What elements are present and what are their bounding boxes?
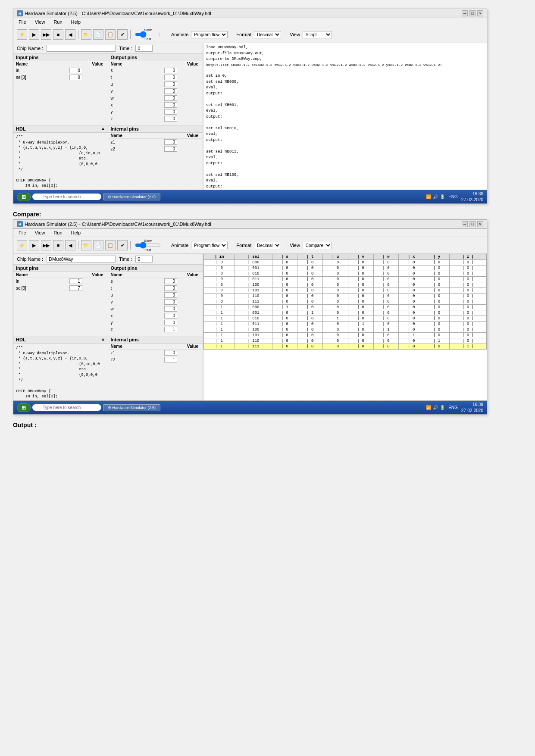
btn-compare-1[interactable]: 📋 — [105, 29, 116, 40]
menu-file-2[interactable]: File — [17, 230, 28, 236]
out-pin-value-w-1[interactable] — [164, 95, 177, 101]
out-pin-value-w-2[interactable] — [164, 306, 177, 312]
out-pin-value-y-2[interactable] — [164, 320, 177, 325]
btn-run-2[interactable]: ▶▶ — [41, 240, 51, 250]
out-pin-value-z-1[interactable] — [164, 116, 177, 122]
taskbar-app-icon-1: ⚙ — [108, 195, 111, 199]
animate-select-1[interactable]: Program flow — [191, 31, 228, 38]
close-btn-2[interactable]: × — [477, 221, 483, 227]
menu-file-1[interactable]: File — [17, 19, 28, 25]
taskbar-2: ⊞ 🔍 ⚙ Hardware Simulator (2.5) 📶 🔊 🔋 ENG… — [13, 400, 487, 414]
int-pin-value-z1-1[interactable] — [164, 139, 177, 145]
btn-restart-1[interactable]: ⚡ — [17, 29, 27, 40]
table-cell: | 1 — [204, 310, 235, 316]
btn-stop-1[interactable]: ■ — [53, 29, 63, 40]
close-btn-1[interactable]: × — [477, 10, 483, 16]
chip-name-label-2: Chip Name : — [17, 256, 43, 262]
table-cell: | 0 — [204, 266, 235, 271]
view-select-2[interactable]: Compare Script — [303, 242, 332, 249]
btn-load-1[interactable]: 📁 — [81, 29, 91, 40]
menu-help-2[interactable]: Help — [69, 230, 83, 236]
out-pin-value-y-1[interactable] — [164, 109, 177, 115]
time-input-1[interactable] — [135, 45, 153, 52]
chip-name-input-2[interactable] — [47, 256, 116, 262]
table-cell: | 0 — [373, 271, 399, 277]
btn-check-1[interactable]: ✔ — [117, 29, 128, 40]
btn-back-1[interactable]: ◀ — [65, 29, 75, 40]
input-pin-value-in-1[interactable] — [69, 68, 82, 73]
view-select-1[interactable]: Script Compare — [303, 31, 332, 38]
animate-section-1: Animate Program flow — [171, 31, 228, 38]
hdl-expand-1[interactable]: ▲ — [101, 126, 105, 131]
table-cell: | 0 — [323, 333, 348, 338]
out-pin-value-v-2[interactable] — [164, 299, 177, 305]
table-cell: | 001 — [235, 266, 272, 271]
btn-load-2[interactable]: 📁 — [81, 240, 91, 250]
format-select-1[interactable]: Decimal Binary — [254, 31, 281, 38]
view-section-2: View Compare Script — [290, 242, 332, 249]
menu-help-1[interactable]: Help — [69, 19, 83, 25]
out-pin-value-z-2[interactable] — [164, 327, 177, 332]
start-btn-2[interactable]: ⊞ — [17, 403, 31, 412]
out-pin-value-x-2[interactable] — [164, 313, 177, 319]
input-pin-row-sel-2: sel[3] — [13, 285, 108, 292]
chip-name-input-1[interactable] — [47, 45, 116, 52]
menu-view-1[interactable]: View — [33, 19, 47, 25]
speed-slider-1[interactable] — [135, 32, 161, 37]
table-cell: | 0 — [373, 344, 399, 350]
btn-stop-2[interactable]: ■ — [53, 240, 63, 250]
maximize-btn-2[interactable]: □ — [469, 221, 476, 227]
table-cell: | 1 — [297, 310, 323, 316]
table-row: | 0| 000| 0| 0| 0| 0| 0| 0| 0| 0 | — [204, 260, 487, 266]
btn-step-1[interactable]: ▶ — [29, 29, 39, 40]
btn-back-2[interactable]: ◀ — [65, 240, 75, 250]
table-cell: | 0 — [297, 327, 323, 333]
compare-table-area-2[interactable]: | in | sel | s | t | u | v | w | x | y |… — [203, 254, 487, 400]
menu-run-2[interactable]: Run — [52, 230, 64, 236]
time-input-2[interactable] — [135, 256, 153, 262]
int-pin-value-z2-1[interactable] — [164, 146, 177, 152]
out-pin-value-t-1[interactable] — [164, 75, 177, 80]
script-area-1[interactable]: load DMux8Way.hdl, output-file DMux8Way.… — [203, 43, 487, 190]
view-section-1: View Script Compare — [290, 31, 332, 38]
taskbar-app-1[interactable]: ⚙ Hardware Simulator (2.5) — [103, 194, 160, 200]
out-pin-value-s-1[interactable] — [164, 68, 177, 73]
btn-run-1[interactable]: ▶▶ — [41, 29, 51, 40]
btn-compare-2[interactable]: 📋 — [105, 240, 116, 250]
minimize-btn-2[interactable]: ─ — [462, 221, 468, 227]
input-pin-value-sel-1[interactable] — [69, 75, 82, 80]
speed-slider-2[interactable] — [135, 243, 161, 248]
btn-restart-2[interactable]: ⚡ — [17, 240, 27, 250]
btn-step-2[interactable]: ▶ — [29, 240, 39, 250]
menu-run-1[interactable]: Run — [52, 19, 64, 25]
int-pin-value-z2-2[interactable] — [164, 357, 177, 362]
out-pin-value-x-1[interactable] — [164, 102, 177, 108]
out-pin-value-t-2[interactable] — [164, 285, 177, 291]
btn-script-2[interactable]: 📄 — [93, 240, 103, 250]
taskbar-search-1[interactable] — [32, 194, 101, 200]
out-pin-value-v-1[interactable] — [164, 88, 177, 94]
table-cell: | 0 — [399, 288, 424, 294]
taskbar-app-2[interactable]: ⚙ Hardware Simulator (2.5) — [103, 404, 160, 411]
minimize-btn-1[interactable]: ─ — [462, 10, 468, 16]
int-pin-value-z1-2[interactable] — [164, 350, 177, 356]
menu-view-2[interactable]: View — [33, 230, 47, 236]
btn-check-2[interactable]: ✔ — [117, 240, 128, 250]
out-pin-value-s-2[interactable] — [164, 278, 177, 284]
start-btn-1[interactable]: ⊞ — [17, 193, 31, 201]
taskbar-search-2[interactable] — [32, 404, 101, 411]
maximize-btn-1[interactable]: □ — [469, 10, 476, 16]
input-pin-value-sel-2[interactable] — [69, 285, 82, 291]
btn-script-1[interactable]: 📄 — [93, 29, 103, 40]
input-pin-value-in-2[interactable] — [69, 278, 82, 284]
out-pin-value-u-2[interactable] — [164, 292, 177, 298]
out-pin-y-2: y — [108, 319, 203, 326]
animate-select-2[interactable]: Program flow — [191, 242, 228, 249]
hdl-expand-2[interactable]: ▲ — [101, 337, 105, 342]
format-select-2[interactable]: Decimal Binary — [254, 242, 281, 249]
animate-label-1: Animate — [171, 32, 188, 37]
table-cell: | 111 — [235, 344, 272, 350]
out-pin-value-u-1[interactable] — [164, 81, 177, 87]
script-line-10: eval, — [206, 108, 484, 114]
format-label-1: Format — [236, 32, 251, 37]
